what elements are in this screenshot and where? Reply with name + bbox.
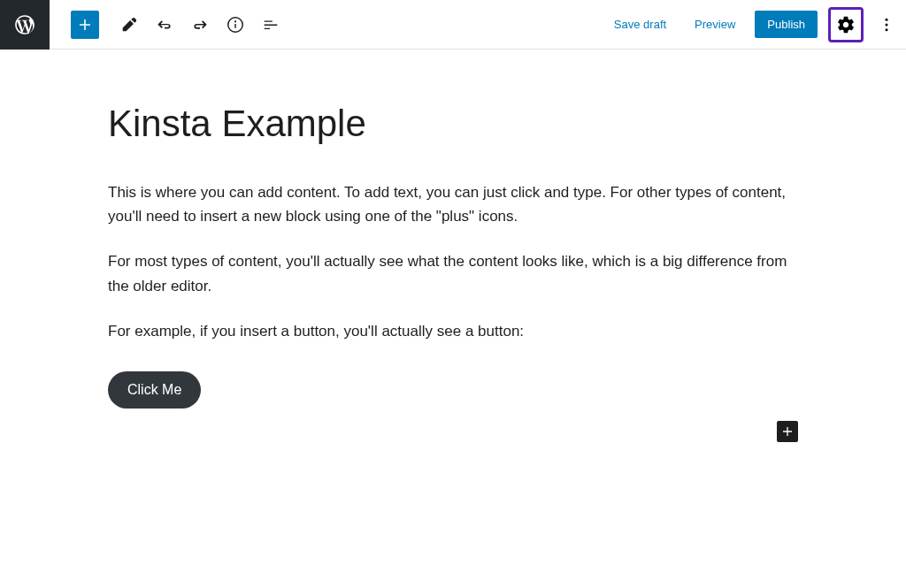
outline-button[interactable]: [255, 9, 287, 41]
svg-point-5: [886, 28, 888, 31]
wordpress-icon: [13, 13, 36, 36]
plus-icon: [779, 423, 796, 440]
svg-point-3: [886, 18, 888, 20]
info-button[interactable]: [219, 9, 251, 41]
editor-content-area: Kinsta Example This is where you can add…: [108, 50, 798, 409]
wordpress-logo[interactable]: [0, 0, 50, 50]
toolbar-right-group: Save draft Preview Publish: [605, 7, 899, 42]
example-button-block[interactable]: Click Me: [108, 371, 201, 409]
info-icon: [226, 15, 245, 34]
more-options-button[interactable]: [874, 9, 899, 41]
list-icon: [261, 15, 280, 34]
preview-button[interactable]: Preview: [686, 12, 744, 36]
toolbar-left-group: [0, 0, 287, 49]
gear-icon: [836, 15, 856, 34]
pencil-icon: [119, 15, 139, 34]
post-paragraph[interactable]: For example, if you insert a button, you…: [108, 319, 798, 343]
add-block-button[interactable]: [71, 11, 99, 39]
redo-icon: [190, 15, 210, 34]
redo-button[interactable]: [184, 9, 216, 41]
add-block-inline-button[interactable]: [777, 421, 798, 442]
post-paragraph[interactable]: For most types of content, you'll actual…: [108, 249, 798, 297]
post-paragraph[interactable]: This is where you can add content. To ad…: [108, 180, 798, 228]
three-dots-vertical-icon: [878, 16, 895, 34]
settings-button[interactable]: [828, 7, 864, 42]
svg-point-2: [235, 20, 236, 21]
save-draft-button[interactable]: Save draft: [605, 12, 675, 36]
svg-point-4: [886, 23, 888, 26]
plus-icon: [74, 14, 96, 35]
undo-icon: [155, 15, 174, 34]
post-title[interactable]: Kinsta Example: [108, 103, 798, 145]
editor-toolbar: Save draft Preview Publish: [0, 0, 906, 50]
publish-button[interactable]: Publish: [755, 11, 818, 38]
undo-button[interactable]: [149, 9, 180, 41]
edit-mode-button[interactable]: [113, 9, 145, 41]
